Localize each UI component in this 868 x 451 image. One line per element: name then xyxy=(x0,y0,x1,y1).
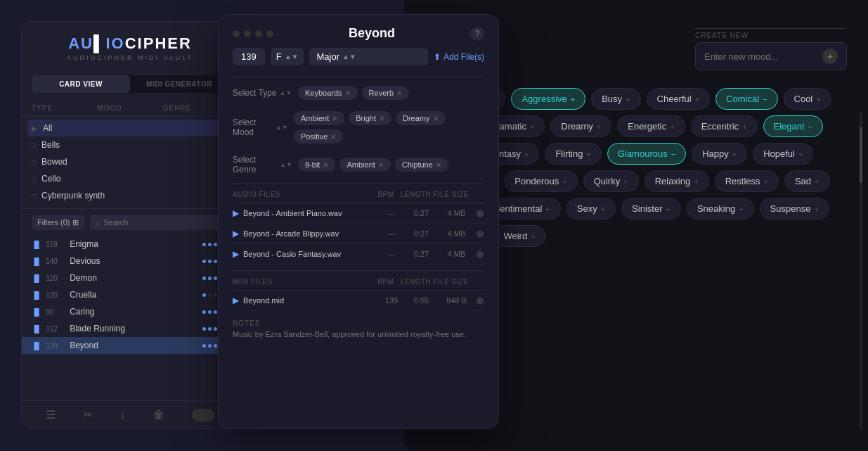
midi-file-row[interactable]: ▶ Beyond.mid 139 0:55 848 B ⊕ xyxy=(233,291,484,311)
menu-icon[interactable]: ☰ xyxy=(46,408,56,421)
remove-icon[interactable]: ✕ xyxy=(379,115,384,122)
genre-tag[interactable]: Ambient ✕ xyxy=(339,158,390,172)
mood-tag-item[interactable]: Relaxing+ xyxy=(644,170,709,192)
list-item[interactable]: □ Cello xyxy=(27,170,233,187)
track-row[interactable]: ▐▌ 139 Beyond xyxy=(22,337,238,354)
plus-icon[interactable]: + xyxy=(694,177,698,186)
type-tag[interactable]: Keyboards ✕ xyxy=(298,86,358,100)
mood-tag[interactable]: Ambient ✕ xyxy=(294,111,344,125)
mood-tag-item[interactable]: Aggressive+ xyxy=(511,88,585,110)
new-mood-input[interactable] xyxy=(704,51,817,62)
audio-file-row[interactable]: ▶ Beyond - Arcade Blippy.wav --- 0:27 4 … xyxy=(233,224,484,244)
plus-icon[interactable]: + xyxy=(524,150,529,158)
plus-icon[interactable]: + xyxy=(764,177,768,186)
mood-tag[interactable]: Positive ✕ xyxy=(294,129,344,144)
list-item[interactable]: ▶ All xyxy=(27,120,233,136)
mood-tag-item[interactable]: Busy+ xyxy=(591,88,640,110)
toggle-switch[interactable] xyxy=(192,409,214,421)
track-row[interactable]: ▐▌ 140 Devious xyxy=(22,253,238,269)
filters-button[interactable]: Filters (0) ⊞ xyxy=(32,215,84,230)
mood-tag-item[interactable]: Eccentric+ xyxy=(691,115,758,137)
remove-icon[interactable]: ✕ xyxy=(436,161,441,169)
track-row[interactable]: ▐▌ 120 Demon xyxy=(22,269,238,286)
plus-icon[interactable]: + xyxy=(571,95,575,103)
minus-icon[interactable]: − xyxy=(671,150,675,158)
scissors-icon[interactable]: ✂ xyxy=(83,408,92,421)
plus-icon[interactable]: + xyxy=(816,95,820,103)
plus-icon[interactable]: + xyxy=(545,205,550,213)
mood-tag-item[interactable]: Comical− xyxy=(715,88,777,110)
type-tag[interactable]: Reverb ✕ xyxy=(362,86,409,100)
plus-icon[interactable]: + xyxy=(814,205,818,213)
track-row[interactable]: ▐▌ 112 Blade Running xyxy=(22,320,238,337)
mood-tag-item[interactable]: Glamourous− xyxy=(607,143,686,165)
remove-icon[interactable]: ✕ xyxy=(396,89,402,97)
plus-icon[interactable]: + xyxy=(562,177,566,186)
plus-icon[interactable]: + xyxy=(531,232,535,241)
add-mood-button[interactable]: + xyxy=(822,49,838,64)
plus-icon[interactable]: + xyxy=(815,177,819,186)
plus-icon[interactable]: + xyxy=(739,205,743,213)
add-file-button[interactable]: ⬆ Add File(s) xyxy=(434,52,484,62)
mood-tag-item[interactable]: Sad+ xyxy=(784,170,830,192)
plus-icon[interactable]: + xyxy=(742,122,746,131)
mood-tag-item[interactable]: Restless+ xyxy=(715,170,779,192)
plus-icon[interactable]: + xyxy=(623,177,628,186)
audio-file-row[interactable]: ▶ Beyond - Ambient Piano.wav --- 0:27 4 … xyxy=(233,203,484,224)
mood-tag-item[interactable]: Hopeful+ xyxy=(753,143,813,165)
mood-tag-item[interactable]: Weird+ xyxy=(493,225,545,247)
audio-file-row[interactable]: ▶ Beyond - Casio Fantasy.wav --- 0:27 4 … xyxy=(233,244,484,265)
mood-tag-item[interactable]: Sexy+ xyxy=(566,198,616,220)
mood-tag-item[interactable]: Quirky+ xyxy=(583,170,639,192)
mood-tag[interactable]: Bright ✕ xyxy=(349,111,391,125)
mood-tag-item[interactable]: Energetic+ xyxy=(617,115,685,137)
play-button[interactable]: ▶ xyxy=(233,296,239,305)
minus-icon[interactable]: − xyxy=(763,95,767,103)
plus-icon[interactable]: + xyxy=(530,122,534,131)
plus-icon[interactable]: + xyxy=(601,205,605,213)
mood-tag-item[interactable]: Ponderous+ xyxy=(504,170,577,192)
scrollbar[interactable] xyxy=(860,113,862,430)
mood-tag-item[interactable]: Sneaking+ xyxy=(687,198,754,220)
trash-icon[interactable]: 🗑 xyxy=(153,409,164,421)
plus-icon[interactable]: + xyxy=(670,122,674,131)
genre-tag[interactable]: 8-bit ✕ xyxy=(298,158,335,172)
remove-icon[interactable]: ✕ xyxy=(323,161,328,169)
list-item[interactable]: □ Bowed xyxy=(27,153,233,170)
plus-icon[interactable]: + xyxy=(597,122,601,131)
remove-icon[interactable]: ✕ xyxy=(433,115,439,122)
mood-tag[interactable]: Dreamy ✕ xyxy=(396,111,446,125)
mood-tag-item[interactable]: Dreamy+ xyxy=(550,115,611,137)
plus-icon[interactable]: + xyxy=(586,150,590,158)
more-button[interactable]: ⊕ xyxy=(476,295,484,306)
minus-icon[interactable]: − xyxy=(808,122,812,131)
mood-tag-item[interactable]: Elegant− xyxy=(763,115,824,137)
plus-icon[interactable]: + xyxy=(626,95,630,103)
mood-tag-item[interactable]: Sinister+ xyxy=(621,198,681,220)
mood-tag-item[interactable]: Suspense+ xyxy=(760,198,829,220)
remove-icon[interactable]: ✕ xyxy=(330,133,336,141)
plus-icon[interactable]: + xyxy=(666,205,670,213)
play-button[interactable]: ▶ xyxy=(233,208,239,218)
genre-tag[interactable]: Chiptune ✕ xyxy=(395,158,448,172)
remove-icon[interactable]: ✕ xyxy=(345,89,351,97)
bpm-display[interactable]: 139 xyxy=(233,48,265,65)
key-selector[interactable]: F ▲▼ xyxy=(271,48,304,65)
mood-tag-item[interactable]: Flirting+ xyxy=(545,143,601,165)
more-button[interactable]: ⊕ xyxy=(476,208,484,219)
remove-icon[interactable]: ✕ xyxy=(378,161,384,169)
play-button[interactable]: ▶ xyxy=(233,229,239,239)
play-button[interactable]: ▶ xyxy=(233,249,239,259)
track-row[interactable]: ▐▌ 159 Enigma xyxy=(22,236,238,253)
mood-tag-item[interactable]: Happy+ xyxy=(692,143,747,165)
list-item[interactable]: □ Cyberpunk synth xyxy=(27,187,233,204)
list-item[interactable]: □ Bells xyxy=(27,136,233,153)
plus-icon[interactable]: + xyxy=(798,150,803,158)
scale-selector[interactable]: Major ▲▼ xyxy=(309,48,428,65)
plus-icon[interactable]: + xyxy=(695,95,699,103)
more-button[interactable]: ⊕ xyxy=(476,228,484,239)
remove-icon[interactable]: ✕ xyxy=(332,115,337,122)
scrollbar-thumb[interactable] xyxy=(860,127,862,183)
mood-tag-item[interactable]: Cheerful+ xyxy=(647,88,711,110)
midi-generator-button[interactable]: MIDI GENERATOR xyxy=(130,75,228,93)
